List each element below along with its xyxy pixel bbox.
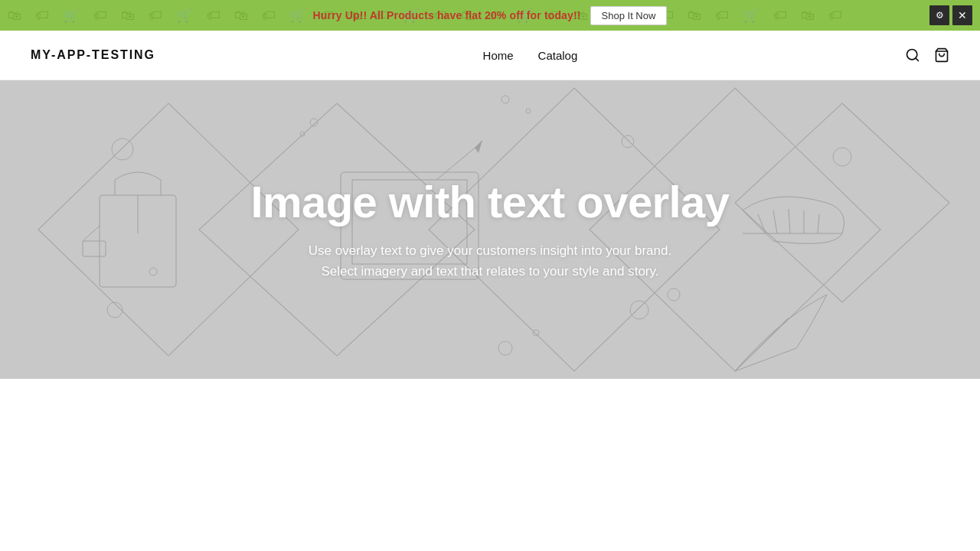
bar-icon-29: 🛍	[801, 8, 815, 24]
search-icon	[905, 47, 920, 63]
svg-line-1	[916, 58, 919, 61]
close-button[interactable]: ✕	[952, 5, 972, 25]
cart-icon	[934, 47, 949, 63]
bar-icon-6: 🏷	[149, 8, 162, 24]
header: MY-APP-TESTING Home Catalog	[0, 31, 980, 80]
header-action-icons	[905, 47, 949, 63]
main-nav: Home Catalog	[483, 49, 578, 62]
bar-icon-26: 🏷	[715, 8, 729, 24]
bar-icon-9: 🛍	[234, 8, 248, 24]
announcement-text: Hurry Up!! All Products have flat 20% of…	[313, 9, 581, 21]
announcement-bar: 🛍 🏷 🛒 🏷 🛍 🏷 🛒 🏷 🛍 🏷 🛒 🏷 🛍 🏷 🛒 🏷 🛍 🏷 🛒 🏷 …	[0, 0, 980, 31]
site-logo[interactable]: MY-APP-TESTING	[31, 48, 155, 62]
hero-subtitle-line1: Use overlay text to give your customers …	[251, 240, 730, 261]
hero-section: Image with text overlay Use overlay text…	[0, 80, 980, 379]
hero-title: Image with text overlay	[251, 178, 730, 227]
bar-icon-28: 🏷	[773, 8, 787, 24]
hero-subtitle-line2: Select imagery and text that relates to …	[251, 261, 730, 282]
nav-catalog[interactable]: Catalog	[538, 49, 578, 62]
announcement-content: Hurry Up!! All Products have flat 20% of…	[313, 6, 668, 25]
close-icon: ✕	[958, 9, 967, 21]
search-button[interactable]	[905, 47, 920, 63]
bar-icon-1: 🛍	[8, 8, 21, 24]
bar-icon-7: 🛒	[176, 7, 193, 24]
bar-icon-8: 🏷	[207, 8, 220, 24]
bar-icon-11: 🛒	[289, 7, 306, 24]
settings-button[interactable]: ⚙	[929, 5, 949, 25]
bottom-white-area	[0, 379, 980, 478]
shop-now-button[interactable]: Shop It Now	[590, 6, 668, 25]
bar-icon-4: 🏷	[93, 8, 107, 24]
settings-icon: ⚙	[936, 10, 944, 21]
bar-icon-30: 🏷	[828, 8, 842, 24]
bar-icon-3: 🛒	[63, 7, 80, 24]
hero-text-overlay: Image with text overlay Use overlay text…	[190, 178, 791, 282]
nav-home[interactable]: Home	[483, 49, 514, 62]
bar-icon-2: 🏷	[35, 8, 49, 24]
bar-icon-10: 🏷	[262, 8, 276, 24]
bar-icon-5: 🛍	[121, 8, 135, 24]
bar-icon-27: 🛒	[743, 7, 760, 24]
cart-button[interactable]	[934, 47, 949, 63]
bar-icon-25: 🛍	[688, 8, 701, 24]
